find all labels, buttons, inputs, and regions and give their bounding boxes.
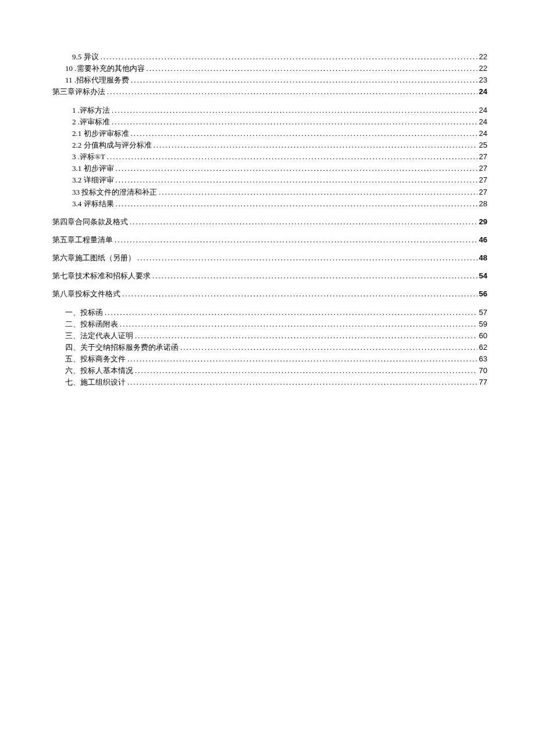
toc-entry-page: 70 bbox=[479, 365, 487, 377]
toc-entry-page: 24 bbox=[479, 128, 487, 139]
toc-leader-dots bbox=[112, 105, 477, 116]
toc-entry: 三、法定代表人证明60 bbox=[52, 330, 487, 342]
toc-entry-label: 第六章施工图纸（另册） bbox=[52, 252, 135, 264]
toc-entry-label: 第七章技术标准和招标人要求 bbox=[52, 270, 151, 282]
toc-leader-dots bbox=[131, 74, 477, 86]
toc-entry: 1 .评标方法24 bbox=[52, 105, 487, 116]
toc-entry-label: 三、法定代表人证明 bbox=[65, 330, 133, 342]
toc-entry-page: 27 bbox=[479, 163, 487, 174]
toc-entry-label: 33 投标文件的澄清和补正 bbox=[72, 187, 157, 198]
toc-entry: 3.2 详细评审27 bbox=[52, 174, 487, 186]
toc-leader-dots bbox=[116, 174, 477, 186]
toc-leader-dots bbox=[120, 318, 477, 330]
toc-entry: 2.1 初步评审标准24 bbox=[52, 128, 487, 139]
toc-leader-dots bbox=[116, 198, 477, 210]
toc-entry: 第四章合同条款及格式29 bbox=[52, 216, 487, 228]
toc-entry: 3 .评标®T27 bbox=[52, 151, 487, 163]
toc-leader-dots bbox=[137, 252, 477, 264]
toc-leader-dots bbox=[107, 86, 477, 98]
toc-entry-label: 2 .评审标准 bbox=[72, 116, 110, 128]
toc-leader-dots bbox=[122, 288, 477, 300]
toc-entry-label: 一、投标函 bbox=[65, 307, 103, 318]
toc-entry: 七、施工组织设计77 bbox=[52, 377, 487, 388]
toc-entry: 10 .需要补充的其他内容22 bbox=[52, 63, 487, 74]
toc-entry-page: 23 bbox=[479, 74, 487, 86]
table-of-contents: 9.5 异议2210 .需要补充的其他内容2211 .招标代理服务费23第三章评… bbox=[52, 51, 487, 389]
toc-entry-page: 62 bbox=[479, 342, 487, 353]
toc-entry-label: 11 .招标代理服务费 bbox=[65, 74, 129, 86]
toc-entry-label: 3.2 详细评审 bbox=[72, 174, 114, 186]
toc-entry: 2.2 分值构成与评分标准25 bbox=[52, 139, 487, 151]
toc-leader-dots bbox=[154, 139, 477, 151]
toc-leader-dots bbox=[152, 270, 477, 282]
toc-leader-dots bbox=[115, 234, 477, 246]
toc-entry-page: 22 bbox=[479, 63, 487, 74]
toc-entry-page: 24 bbox=[479, 116, 487, 128]
toc-entry-label: 第五章工程量清单 bbox=[52, 234, 113, 246]
toc-entry: 五、投标商务文件63 bbox=[52, 353, 487, 365]
toc-entry: 四、关于交纳招标服务费的承诺函62 bbox=[52, 342, 487, 353]
toc-leader-dots bbox=[135, 365, 477, 377]
toc-entry: 3.1 初步评审27 bbox=[52, 163, 487, 174]
toc-entry: 3.4 评标结果28 bbox=[52, 198, 487, 210]
toc-entry: 第五章工程量清单46 bbox=[52, 234, 487, 246]
toc-entry-page: 22 bbox=[479, 51, 487, 63]
toc-entry: 9.5 异议22 bbox=[52, 51, 487, 63]
toc-leader-dots bbox=[135, 330, 477, 342]
toc-entry-label: 第四章合同条款及格式 bbox=[52, 216, 128, 228]
toc-entry-page: 27 bbox=[479, 151, 487, 163]
toc-entry-label: 二、投标函附表 bbox=[65, 318, 118, 330]
toc-entry-page: 46 bbox=[479, 234, 487, 246]
toc-entry: 第三章评标办法24 bbox=[52, 86, 487, 98]
toc-entry-label: 9.5 异议 bbox=[72, 51, 99, 63]
toc-leader-dots bbox=[159, 187, 477, 198]
toc-leader-dots bbox=[112, 116, 477, 128]
toc-entry-page: 24 bbox=[479, 86, 487, 98]
toc-entry-label: 第八章投标文件格式 bbox=[52, 288, 120, 300]
toc-entry: 11 .招标代理服务费23 bbox=[52, 74, 487, 86]
toc-entry-page: 57 bbox=[479, 307, 487, 318]
toc-leader-dots bbox=[127, 353, 477, 365]
toc-leader-dots bbox=[116, 163, 477, 174]
toc-entry-label: 五、投标商务文件 bbox=[65, 353, 126, 365]
toc-entry-page: 54 bbox=[479, 270, 487, 282]
toc-entry-page: 48 bbox=[479, 252, 487, 264]
toc-entry: 六、投标人基本情况70 bbox=[52, 365, 487, 377]
toc-entry-page: 25 bbox=[479, 139, 487, 151]
toc-entry-label: 1 .评标方法 bbox=[72, 105, 110, 116]
toc-leader-dots bbox=[131, 128, 477, 139]
toc-entry: 一、投标函57 bbox=[52, 307, 487, 318]
toc-leader-dots bbox=[130, 216, 477, 228]
toc-entry-page: 29 bbox=[479, 216, 487, 228]
toc-entry-label: 七、施工组织设计 bbox=[65, 377, 126, 388]
toc-entry: 二、投标函附表59 bbox=[52, 318, 487, 330]
toc-entry-label: 2.1 初步评审标准 bbox=[72, 128, 129, 139]
toc-entry-page: 28 bbox=[479, 198, 487, 210]
toc-leader-dots bbox=[105, 307, 477, 318]
toc-entry-page: 56 bbox=[479, 288, 487, 300]
toc-entry-page: 59 bbox=[479, 318, 487, 330]
toc-entry-label: 10 .需要补充的其他内容 bbox=[65, 63, 145, 74]
toc-entry-label: 四、关于交纳招标服务费的承诺函 bbox=[65, 342, 179, 353]
toc-leader-dots bbox=[101, 51, 477, 63]
toc-leader-dots bbox=[107, 151, 477, 163]
toc-entry-label: 第三章评标办法 bbox=[52, 86, 105, 98]
toc-entry: 2 .评审标准24 bbox=[52, 116, 487, 128]
toc-entry-page: 27 bbox=[479, 187, 487, 198]
toc-entry-label: 2.2 分值构成与评分标准 bbox=[72, 139, 152, 151]
toc-entry: 第八章投标文件格式56 bbox=[52, 288, 487, 300]
toc-entry: 第六章施工图纸（另册） 48 bbox=[52, 252, 487, 264]
toc-entry-page: 24 bbox=[479, 105, 487, 116]
toc-leader-dots bbox=[147, 63, 477, 74]
toc-entry: 33 投标文件的澄清和补正27 bbox=[52, 187, 487, 198]
toc-entry-page: 60 bbox=[479, 330, 487, 342]
toc-leader-dots bbox=[180, 342, 477, 353]
toc-entry-page: 77 bbox=[479, 377, 487, 388]
toc-entry-label: 3.4 评标结果 bbox=[72, 198, 114, 210]
toc-entry-page: 63 bbox=[479, 353, 487, 365]
toc-entry-label: 3.1 初步评审 bbox=[72, 163, 114, 174]
toc-entry-page: 27 bbox=[479, 174, 487, 186]
toc-leader-dots bbox=[127, 377, 477, 388]
toc-entry-label: 六、投标人基本情况 bbox=[65, 365, 133, 377]
toc-entry-label: 3 .评标®T bbox=[72, 151, 105, 163]
